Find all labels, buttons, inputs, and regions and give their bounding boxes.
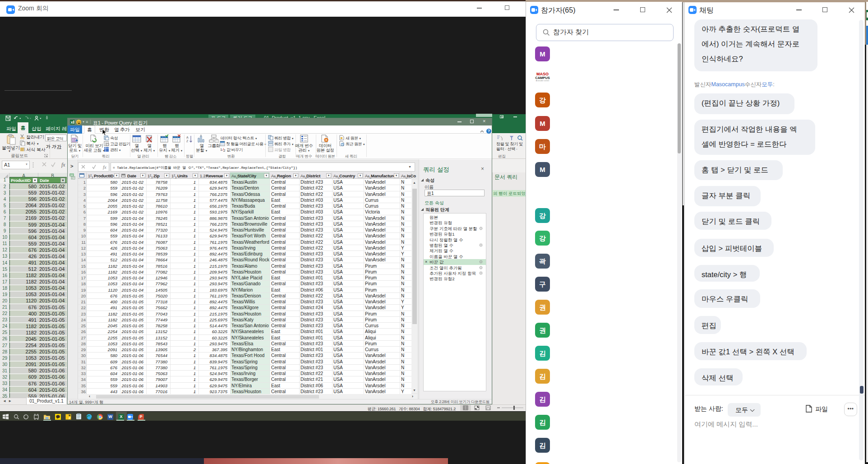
svg-text:X: X [71,121,74,125]
svg-text:fx: fx [61,162,65,168]
svg-text:A: A [186,136,189,139]
svg-text:2: 2 [223,148,226,152]
svg-text:fx: fx [103,164,106,170]
svg-text:1: 1 [220,148,222,152]
svg-text:Z: Z [186,139,189,143]
